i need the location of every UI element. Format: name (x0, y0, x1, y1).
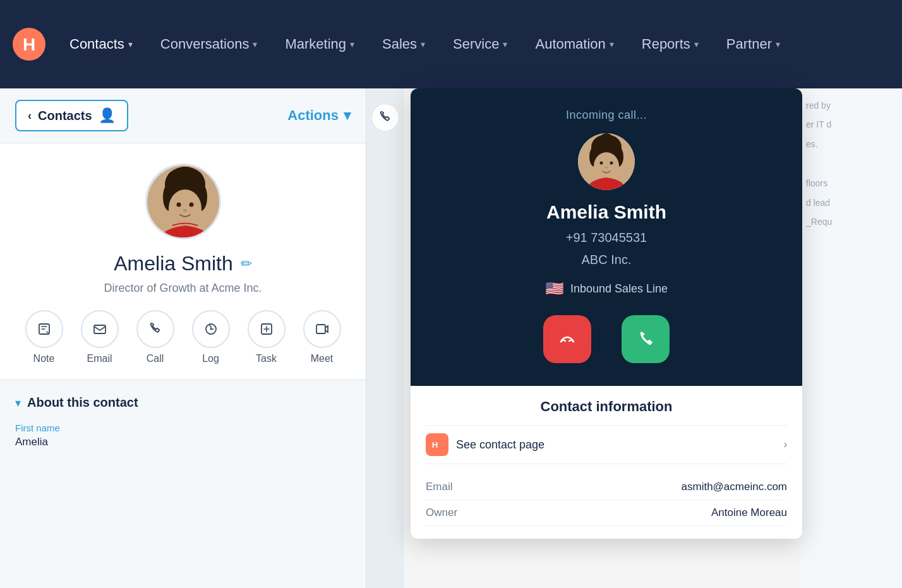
right-partial-content: red by er IT d es. floors d lead _Requ (801, 88, 902, 588)
call-phone: +91 73045531 (566, 231, 647, 245)
actions-label: Actions (287, 107, 339, 124)
task-button[interactable]: Task (248, 310, 286, 364)
svg-point-29 (600, 162, 603, 165)
contact-name-row: Amelia Smith ✏ (114, 252, 252, 275)
chevron-down-icon: ▾ (503, 39, 507, 49)
nav-item-reports[interactable]: Reports ▾ (630, 30, 710, 59)
call-divider (366, 88, 404, 588)
chevron-down-icon: ▾ (253, 39, 257, 49)
email-info-row: Email asmith@acmeinc.com (426, 474, 787, 500)
nav-item-partner[interactable]: Partner ▾ (715, 30, 791, 59)
actions-button[interactable]: Actions ▾ (287, 107, 351, 124)
chevron-down-icon: ▾ (128, 39, 133, 49)
about-section: ▾ About this contact First name Amelia (0, 380, 366, 476)
call-contact-name: Amelia Smith (546, 201, 666, 223)
owner-info-row: Owner Antoine Moreau (426, 500, 787, 526)
profile-section: Amelia Smith ✏ Director of Growth at Acm… (0, 143, 366, 380)
chevron-down-icon: ▾ (421, 39, 425, 49)
about-title: About this contact (27, 395, 138, 410)
contact-title: Director of Growth at Acme Inc. (104, 282, 262, 295)
chevron-down-icon: ▾ (776, 39, 780, 49)
svg-point-31 (605, 167, 608, 169)
call-company: ABC Inc. (582, 253, 632, 267)
call-button[interactable]: Call (136, 310, 174, 364)
chevron-left-icon: ‹ (28, 109, 32, 123)
log-button[interactable]: Log (192, 310, 230, 364)
contacts-back-button[interactable]: ‹ Contacts 👤 (15, 100, 128, 131)
about-header: ▾ About this contact (15, 395, 351, 410)
contact-action-buttons: Note Email Call (25, 310, 341, 364)
svg-point-28 (594, 152, 619, 180)
hubspot-logo[interactable]: H (13, 28, 45, 61)
svg-point-27 (607, 137, 620, 150)
nav-items: Contacts ▾ Conversations ▾ Marketing ▾ S… (58, 30, 889, 59)
nav-item-contacts[interactable]: Contacts ▾ (58, 30, 144, 59)
email-value: asmith@acmeinc.com (682, 481, 787, 493)
svg-point-11 (176, 203, 181, 207)
left-panel: ‹ Contacts 👤 Actions ▾ (0, 88, 366, 588)
contact-name: Amelia Smith (114, 252, 233, 275)
svg-point-9 (186, 171, 203, 188)
svg-point-10 (169, 189, 201, 227)
hubspot-small-logo: H (426, 433, 448, 456)
see-contact-label: See contact page (456, 438, 776, 452)
first-name-field-group: First name Amelia (15, 423, 351, 448)
call-panel: Incoming call... (411, 88, 802, 539)
call-line-label: Inbound Sales Line (570, 282, 668, 296)
incoming-label: Incoming call... (566, 109, 647, 122)
accept-button[interactable] (622, 315, 670, 363)
owner-value: Antoine Moreau (711, 507, 787, 519)
chevron-down-icon: ▾ (15, 396, 21, 410)
email-key: Email (426, 481, 453, 493)
avatar (145, 164, 221, 239)
nav-item-service[interactable]: Service ▾ (442, 30, 519, 59)
note-label: Note (33, 353, 55, 364)
svg-rect-15 (94, 325, 105, 333)
email-button[interactable]: Email (81, 310, 119, 364)
svg-text:H: H (23, 35, 35, 54)
chevron-down-icon: ▾ (344, 107, 351, 124)
decline-button[interactable] (543, 315, 591, 363)
call-top: Incoming call... (411, 88, 802, 386)
main-container: ‹ Contacts 👤 Actions ▾ (0, 88, 902, 588)
chevron-down-icon: ▾ (694, 39, 699, 49)
first-name-label: First name (15, 423, 351, 433)
log-label: Log (202, 353, 219, 364)
phone-icon[interactable] (371, 104, 399, 131)
contacts-header: ‹ Contacts 👤 Actions ▾ (0, 88, 366, 143)
contact-info-panel: Contact information H See contact page ›… (411, 386, 802, 539)
svg-point-13 (183, 209, 187, 212)
person-icon: 👤 (99, 107, 116, 124)
edit-icon[interactable]: ✏ (241, 256, 252, 272)
contact-info-title: Contact information (426, 399, 787, 415)
svg-text:H: H (432, 440, 438, 450)
svg-point-17 (210, 328, 212, 330)
meet-label: Meet (311, 353, 334, 364)
meet-button[interactable]: Meet (303, 310, 341, 364)
svg-point-12 (189, 203, 193, 207)
see-contact-row[interactable]: H See contact page › (426, 425, 787, 464)
svg-rect-19 (316, 325, 325, 333)
chevron-down-icon: ▾ (610, 39, 614, 49)
nav-item-marketing[interactable]: Marketing ▾ (274, 30, 366, 59)
note-button[interactable]: Note (25, 310, 63, 364)
svg-point-30 (610, 162, 613, 165)
navbar: H Contacts ▾ Conversations ▾ Marketing ▾… (0, 0, 902, 88)
call-actions-row (543, 315, 670, 363)
back-button-label: Contacts (38, 109, 92, 123)
call-line-row: 🇺🇸 Inbound Sales Line (545, 280, 668, 297)
owner-key: Owner (426, 507, 457, 519)
chevron-down-icon: ▾ (350, 39, 354, 49)
first-name-value: Amelia (15, 436, 351, 448)
task-label: Task (256, 353, 277, 364)
nav-item-sales[interactable]: Sales ▾ (371, 30, 436, 59)
chevron-right-icon: › (784, 439, 787, 450)
call-avatar (578, 133, 635, 190)
call-label: Call (147, 353, 164, 364)
nav-item-automation[interactable]: Automation ▾ (524, 30, 625, 59)
nav-item-conversations[interactable]: Conversations ▾ (149, 30, 269, 59)
email-label: Email (87, 353, 112, 364)
flag-icon: 🇺🇸 (545, 280, 564, 297)
